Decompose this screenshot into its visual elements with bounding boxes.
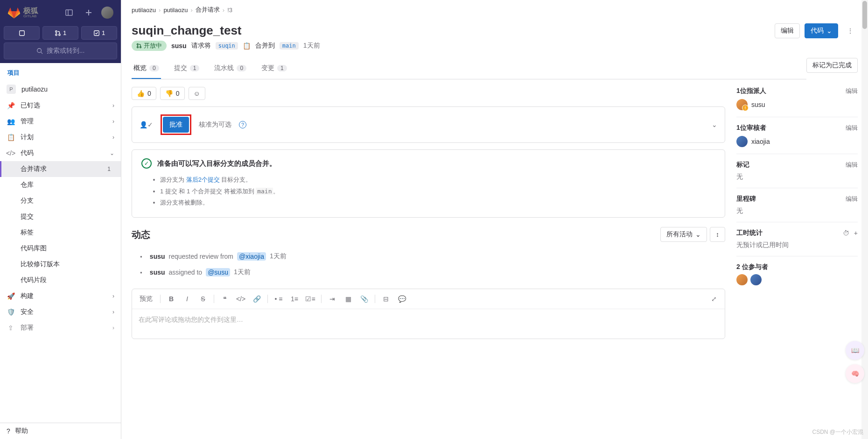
nav-plan[interactable]: 📋计划› <box>0 129 121 145</box>
svg-line-10 <box>41 52 42 54</box>
mention-susu[interactable]: @susu <box>206 268 230 276</box>
section-title: 项目 <box>0 63 121 81</box>
status-line: 开放中 susu 请求将 suqin 📋 合并到 main 1天前 <box>132 41 320 51</box>
participant-avatar[interactable] <box>750 274 762 285</box>
number-list-icon[interactable]: 1≡ <box>287 292 301 306</box>
nav-graph[interactable]: 代码库图 <box>0 241 121 256</box>
svg-point-11 <box>137 44 139 45</box>
project-name: putilaozu <box>21 85 48 93</box>
help-link[interactable]: ?帮助 <box>0 423 121 439</box>
merge-requests-pill[interactable]: 1 <box>42 26 78 40</box>
mention-xiaojia[interactable]: @xiaojia <box>237 252 266 261</box>
table-icon[interactable]: ▦ <box>341 292 355 306</box>
nav-secure[interactable]: 🛡️安全› <box>0 304 121 320</box>
clock-icon[interactable]: ⏱ <box>843 229 849 237</box>
nav-deploy[interactable]: ⇪部署› <box>0 320 121 336</box>
nav-compare[interactable]: 比较修订版本 <box>0 256 121 272</box>
labels-none: 无 <box>736 173 858 181</box>
plus-icon[interactable]: + <box>854 229 858 237</box>
nav-repo[interactable]: 仓库 <box>0 177 121 193</box>
details-icon[interactable]: ⊟ <box>379 292 393 306</box>
tab-pipelines[interactable]: 流水线0 <box>212 58 248 79</box>
edit-milestone[interactable]: 编辑 <box>846 195 858 203</box>
merge-info-adds: 1 提交 和 1 个合并提交 将被添加到 main。 <box>160 186 715 198</box>
preview-tab[interactable]: 预览 <box>136 292 156 306</box>
edit-labels[interactable]: 编辑 <box>846 161 858 169</box>
rocket-icon: 🚀 <box>7 292 15 300</box>
italic-icon[interactable]: I <box>180 292 194 306</box>
link-icon[interactable]: 🔗 <box>250 292 264 306</box>
user-avatar[interactable] <box>101 7 113 19</box>
target-branch[interactable]: main <box>280 42 299 50</box>
approve-button[interactable]: 批准 <box>163 117 189 133</box>
assignee-name[interactable]: susu <box>751 101 765 108</box>
indent-icon[interactable]: ⇥ <box>325 292 339 306</box>
project-item[interactable]: P putilaozu <box>0 81 121 98</box>
ai-float-button[interactable]: 🧠 <box>846 364 864 383</box>
activity-filter[interactable]: 所有活动⌄ <box>660 227 707 242</box>
crumb-2[interactable]: putilaozu <box>163 7 188 14</box>
strike-icon[interactable]: S <box>196 292 210 306</box>
chevron-right-icon: › <box>112 118 114 125</box>
merge-box: ✓ 准备由可以写入目标分支的成员合并。 源分支为 落后2个提交 目标分支。 1 … <box>132 149 725 218</box>
chevron-right-icon: › <box>112 309 114 315</box>
logo[interactable]: 极狐GITLAB <box>7 6 38 19</box>
edit-assignee[interactable]: 编辑 <box>846 87 858 95</box>
code-icon[interactable]: </> <box>234 292 248 306</box>
copy-icon[interactable]: 📋 <box>243 42 251 50</box>
task-list-icon[interactable]: ☑≡ <box>303 292 317 306</box>
nav-merge-requests[interactable]: 合并请求1 <box>0 161 121 177</box>
nav-build[interactable]: 🚀构建› <box>0 288 121 304</box>
info-icon[interactable]: ? <box>239 121 246 128</box>
assignee-avatar[interactable] <box>736 99 748 110</box>
participant-avatar[interactable] <box>736 274 748 285</box>
quote-icon[interactable]: ❝ <box>218 292 232 306</box>
attach-icon[interactable]: 📎 <box>357 292 371 306</box>
crumb-3[interactable]: 合并请求 <box>196 6 220 14</box>
nav-manage[interactable]: 👥管理› <box>0 113 121 129</box>
fullscreen-icon[interactable]: ⤢ <box>707 292 721 306</box>
docs-float-button[interactable]: 📖 <box>846 341 864 360</box>
tab-changes[interactable]: 变更1 <box>259 58 289 79</box>
author-name[interactable]: susu <box>171 42 187 50</box>
activity-sort[interactable]: ↕ <box>710 227 725 242</box>
thumbs-down-button[interactable]: 👎0 <box>160 87 185 100</box>
mark-done-button[interactable]: 标记为已完成 <box>806 58 858 73</box>
comment-icon[interactable]: 💬 <box>395 292 409 306</box>
bold-icon[interactable]: B <box>164 292 178 306</box>
chevron-right-icon: › <box>112 102 114 109</box>
code-button[interactable]: 代码⌄ <box>805 23 838 38</box>
nav-snippets[interactable]: 代码片段 <box>0 272 121 288</box>
plus-icon[interactable] <box>82 6 96 20</box>
bullet-list-icon[interactable]: • ≡ <box>272 292 286 306</box>
nav-commits[interactable]: 提交 <box>0 209 121 225</box>
edit-reviewer[interactable]: 编辑 <box>846 124 858 132</box>
nav-pinned[interactable]: 📌已钉选› <box>0 98 121 113</box>
nav-branches[interactable]: 分支 <box>0 193 121 209</box>
svg-rect-0 <box>66 10 72 15</box>
nav-code[interactable]: </>代码⌄ <box>0 145 121 161</box>
emoji-button[interactable]: ☺ <box>189 87 205 100</box>
thumbs-up-button[interactable]: 👍0 <box>132 87 156 100</box>
deploy-icon: ⇪ <box>7 324 15 332</box>
kebab-menu[interactable]: ⋮ <box>843 23 858 38</box>
chevron-down-icon[interactable]: ⌄ <box>712 121 717 128</box>
comment-editor: 预览 B I S ❝ </> 🔗 • ≡ 1≡ ☑≡ <box>132 289 725 339</box>
todo-pill[interactable]: 1 <box>81 26 117 40</box>
issues-pill[interactable] <box>4 26 40 40</box>
comment-textarea[interactable] <box>132 309 725 337</box>
edit-button[interactable]: 编辑 <box>775 23 800 38</box>
tab-commits[interactable]: 提交1 <box>172 58 202 79</box>
reviewer-name[interactable]: xiaojia <box>751 138 770 145</box>
svg-point-6 <box>56 34 57 35</box>
merge-info-behind: 源分支为 落后2个提交 目标分支。 <box>160 174 715 186</box>
activity-title: 动态 <box>132 228 150 241</box>
search-bar[interactable]: 搜索或转到... <box>4 42 117 59</box>
nav-tags[interactable]: 标签 <box>0 225 121 241</box>
sidebar-collapse-icon[interactable] <box>62 6 76 20</box>
reviewer-avatar[interactable] <box>736 136 748 147</box>
behind-link[interactable]: 落后2个提交 <box>186 176 220 183</box>
tab-overview[interactable]: 概览0 <box>132 58 161 79</box>
source-branch[interactable]: suqin <box>216 42 238 50</box>
crumb-1[interactable]: putilaozu <box>132 7 156 14</box>
